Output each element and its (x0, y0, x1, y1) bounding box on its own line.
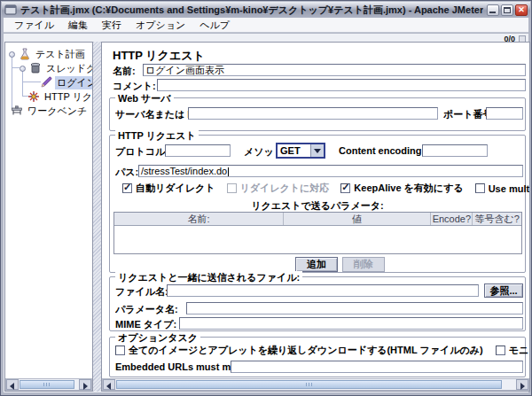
request-options-row: 自動リダイレクト リダイレクトに対応 KeepAlive を有効にする Use … (122, 182, 523, 195)
scroll-left-arrow[interactable] (6, 379, 19, 390)
file-param-input[interactable] (186, 302, 523, 314)
tree-expand-handle[interactable] (9, 51, 15, 58)
column-header-include-equals[interactable]: 等号含む? (473, 213, 521, 225)
content-encoding-input[interactable] (422, 144, 488, 157)
send-files-group: リクエストと一緒に送信されるファイル: ファイル名: 参照... パラメータ名:… (109, 276, 526, 331)
tree-item-label: HTTP リクエスト初期 (43, 90, 93, 104)
column-header-value[interactable]: 値 (284, 213, 431, 225)
checkbox-icon (340, 183, 350, 193)
tree-item-label: テスト計画 (34, 48, 87, 61)
checkbox-label: KeepAlive を有効にする (354, 182, 463, 195)
scroll-left-arrow[interactable] (103, 379, 115, 390)
scroll-right-arrow[interactable] (79, 379, 91, 390)
scroll-right-arrow[interactable] (516, 379, 528, 390)
tree-connector-line (12, 67, 20, 68)
main-horizontal-scrollbar[interactable] (102, 378, 529, 391)
mime-type-input[interactable] (179, 317, 523, 330)
http-sampler-icon (40, 76, 52, 89)
follow-redirects-checkbox[interactable]: リダイレクトに対応 (227, 182, 330, 195)
split-divider[interactable] (93, 42, 101, 392)
tree-item-thread-group[interactable]: スレッドグループ (29, 61, 93, 75)
web-server-group: Web サーバ サーバ名または IP: ポート番号: (109, 97, 526, 131)
test-plan-tree: テスト計画 スレッドグループ ログイン画面表示 HTTP リクエスト初 (4, 42, 93, 392)
optional-tasks-row: 全てのイメージとアプレットを繰り返しダウンロードする(HTML ファイルのみ) … (115, 344, 521, 357)
http-request-group: HTTP リクエスト プロトコル: メソッド: GET Content enco… (109, 135, 526, 273)
comment-label: コメント: (113, 80, 156, 93)
server-input[interactable] (188, 107, 438, 120)
use-as-monitor-checkbox[interactable]: モニタとして使用 (496, 344, 530, 357)
scrollbar-thumb[interactable] (116, 380, 502, 389)
tree-item-label: ログイン画面表示 (55, 76, 93, 89)
web-server-group-title: Web サーバ (115, 92, 174, 105)
column-header-name[interactable]: 名前: (114, 213, 284, 225)
checkbox-label: モニタとして使用 (509, 344, 530, 357)
file-param-label: パラメータ名: (115, 303, 178, 316)
thumb-grip (305, 383, 313, 386)
close-button[interactable]: ✕ (515, 4, 528, 16)
browse-button[interactable]: 参照... (484, 283, 523, 298)
menu-edit[interactable]: 編集 (61, 18, 95, 33)
panel-title: HTTP リクエスト (113, 48, 205, 64)
scrollbar-thumb[interactable] (20, 380, 74, 389)
checkbox-icon (496, 346, 505, 355)
checkbox-label: Use multipart/form-data for HTTP POST (489, 183, 530, 194)
parameters-table-body[interactable] (114, 226, 521, 253)
tree-item-workbench[interactable]: ワークベンチ (11, 104, 89, 118)
comment-input[interactable] (157, 79, 526, 91)
filename-input[interactable] (167, 284, 479, 297)
checkbox-icon (122, 183, 132, 193)
menu-file[interactable]: ファイル (7, 18, 61, 33)
tree-item-http-defaults[interactable]: HTTP リクエスト初期 (27, 89, 93, 104)
maximize-icon (504, 7, 511, 13)
optional-tasks-group-title: オプションタスク (115, 331, 200, 345)
http-request-panel: HTTP リクエスト 名前: ログイン画面表示 コメント: Web サーバ サー… (101, 42, 530, 392)
retrieve-embedded-resources-checkbox[interactable]: 全てのイメージとアプレットを繰り返しダウンロードする(HTML ファイルのみ) (115, 344, 483, 357)
multipart-checkbox[interactable]: Use multipart/form-data for HTTP POST (475, 182, 530, 195)
name-value: ログイン画面表示 (145, 65, 224, 75)
optional-tasks-group: オプションタスク 全てのイメージとアプレットを繰り返しダウンロードする(HTML… (109, 337, 526, 377)
mime-type-label: MIME タイプ: (115, 318, 176, 331)
redirect-automatically-checkbox[interactable]: 自動リダイレクト (122, 182, 215, 195)
name-label: 名前: (113, 65, 136, 78)
menu-options[interactable]: オプション (129, 18, 192, 33)
checkbox-icon (115, 346, 125, 355)
checkbox-label: 自動リダイレクト (136, 182, 215, 195)
tree-item-test-plan[interactable]: テスト計画 (19, 47, 87, 61)
http-request-group-title: HTTP リクエスト (115, 129, 199, 143)
keepalive-checkbox[interactable]: KeepAlive を有効にする (340, 182, 463, 195)
menu-run[interactable]: 実行 (95, 18, 129, 33)
path-input[interactable]: /stressTest/index.do (138, 165, 523, 177)
window-controls: ✕ (487, 4, 528, 16)
menubar: ファイル 編集 実行 オプション ヘルプ (4, 18, 528, 33)
port-input[interactable] (486, 107, 523, 120)
tree-horizontal-scrollbar[interactable] (5, 378, 92, 391)
checkbox-label: リダイレクトに対応 (240, 182, 330, 195)
window-title: テスト計画.jmx (C:¥Documents and Settings¥m-k… (20, 4, 483, 17)
test-plan-icon (19, 48, 31, 60)
tree-item-login-page[interactable]: ログイン画面表示 (40, 75, 93, 89)
method-dropdown[interactable]: GET (276, 143, 325, 159)
tree-expand-handle[interactable] (20, 66, 26, 72)
parameters-table-header: 名前: 値 Encode? 等号含む? (114, 213, 521, 226)
tree-item-label: ワークベンチ (26, 105, 89, 118)
maximize-button[interactable] (501, 4, 513, 16)
parameters-table[interactable]: 名前: 値 Encode? 等号含む? (113, 212, 522, 254)
embedded-urls-input[interactable] (231, 361, 523, 373)
minimize-icon (489, 12, 496, 13)
protocol-label: プロトコル: (115, 145, 168, 159)
add-button[interactable]: 追加 (295, 257, 338, 272)
checkbox-icon (227, 183, 237, 193)
tree-item-label: スレッドグループ (44, 62, 93, 75)
minimize-button[interactable] (487, 4, 499, 16)
column-header-encode[interactable]: Encode? (431, 213, 473, 225)
titlebar[interactable]: テスト計画.jmx (C:¥Documents and Settings¥m-k… (2, 2, 530, 18)
chevron-down-icon[interactable] (310, 144, 324, 157)
text-caret (228, 167, 229, 176)
name-input[interactable]: ログイン画面表示 (143, 64, 526, 76)
tree-connector-line (22, 82, 41, 82)
method-selected-value: GET (278, 144, 310, 157)
menu-help[interactable]: ヘルプ (192, 18, 237, 33)
delete-button[interactable]: 削除 (342, 257, 385, 272)
protocol-input[interactable] (165, 144, 231, 157)
filename-label: ファイル名: (115, 285, 168, 299)
